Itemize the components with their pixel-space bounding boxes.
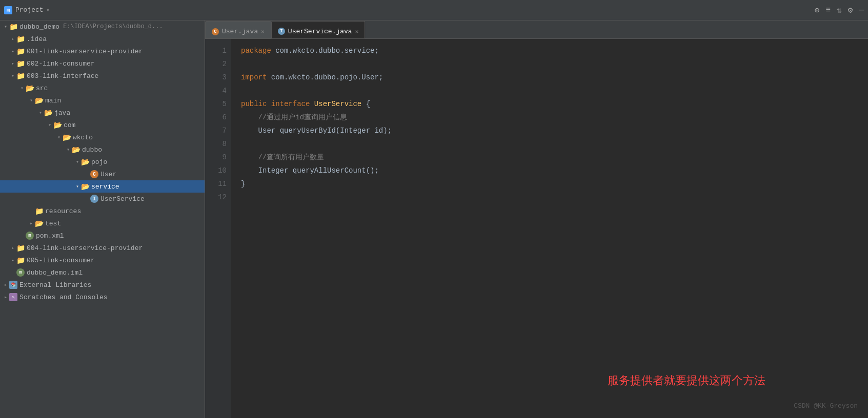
label-src: src (36, 85, 48, 92)
folder-icon-test: 📂 (35, 219, 43, 227)
folder-icon-java: 📂 (44, 109, 52, 117)
tree-item-pom[interactable]: m pom.xml (0, 229, 205, 242)
annotation-text: 服务提供者就要提供这两个方法 (608, 374, 765, 387)
tree-item-user[interactable]: C User (0, 168, 205, 180)
label-userservice: UserService (100, 195, 145, 203)
tab-user-close[interactable]: ✕ (261, 28, 265, 35)
line-numbers: 1 2 3 4 5 6 7 8 9 10 11 12 (205, 39, 231, 418)
arrow-dubbo-demo (2, 23, 9, 30)
label-dubbo-demo: dubbo_demo (19, 23, 59, 31)
tree-item-wkcto[interactable]: 📂 wkcto (0, 131, 205, 143)
add-icon[interactable]: ⊕ (815, 5, 820, 15)
tree-item-003[interactable]: 📁 003-link-interface (0, 70, 205, 82)
label-idea: .idea (27, 35, 47, 43)
badge-user: C (90, 170, 98, 178)
line-num-2: 2 (205, 57, 227, 71)
tree-item-005[interactable]: 📁 005-link-consumer (0, 254, 205, 266)
code-line-6: //通过用户id查询用户信息 (241, 111, 858, 124)
tree-item-004[interactable]: 📁 004-link-userservice-provider (0, 242, 205, 254)
badge-extlibs: 📚 (9, 281, 17, 289)
code-line-3: import com.wkcto.dubbo.pojo.User; (241, 71, 858, 84)
code-line-10: Integer queryAllUserCount(); (241, 164, 858, 177)
tab-user[interactable]: C User.java ✕ (205, 21, 271, 38)
label-pom: pom.xml (36, 232, 64, 240)
folder-icon-idea: 📁 (16, 35, 25, 43)
label-dubbo-demo-path: E:\IDEA\Projects\dubbo_d... (59, 23, 163, 30)
arrow-dubbo (65, 146, 72, 153)
tree-item-extlibs[interactable]: 📚 External Libraries (0, 279, 205, 291)
tree-item-test[interactable]: 📂 test (0, 217, 205, 229)
code-content[interactable]: package com.wkcto.dubbo.service; import … (231, 39, 868, 418)
arrow-scratches (2, 294, 9, 301)
tree-item-pojo[interactable]: 📂 pojo (0, 156, 205, 168)
label-extlibs: External Libraries (19, 281, 91, 289)
tree-item-iml[interactable]: m dubbo_demo.iml (0, 266, 205, 279)
label-dubbo: dubbo (82, 146, 102, 154)
code-line-1: package com.wkcto.dubbo.service; (241, 44, 858, 57)
project-icon: ▤ (4, 6, 12, 14)
project-label: Project (15, 6, 44, 14)
label-java: java (54, 109, 70, 117)
tree-item-scratches[interactable]: ✎ Scratches and Consoles (0, 291, 205, 303)
badge-iml: m (16, 268, 25, 277)
folder-icon-005: 📁 (16, 256, 25, 264)
tree-item-main[interactable]: 📂 main (0, 94, 205, 107)
tree-item-src[interactable]: 📂 src (0, 82, 205, 94)
tree-item-java[interactable]: 📂 java (0, 107, 205, 119)
folder-icon-002: 📁 (16, 59, 25, 68)
sort-icon[interactable]: ⇅ (837, 5, 842, 15)
line-num-9: 9 (205, 151, 227, 164)
tree-item-dubbo[interactable]: 📂 dubbo (0, 143, 205, 156)
tree-item-com[interactable]: 📂 com (0, 119, 205, 131)
arrow-main (28, 97, 35, 104)
label-004: 004-link-userservice-provider (27, 244, 143, 252)
tabs-bar: C User.java ✕ I UserService.java ✕ (205, 20, 868, 39)
code-line-9: //查询所有用户数量 (241, 151, 858, 164)
tab-userservice[interactable]: I UserService.java ✕ (271, 21, 365, 38)
settings-icon[interactable]: ⚙ (848, 5, 853, 15)
minimize-icon[interactable]: — (859, 6, 864, 15)
label-resources: resources (45, 207, 81, 215)
badge-pom: m (26, 232, 34, 240)
label-com: com (64, 121, 75, 129)
folder-icon-resources: 📁 (35, 207, 43, 215)
folder-icon-com: 📂 (53, 121, 62, 129)
folder-icon-001: 📁 (16, 47, 25, 55)
project-sidebar[interactable]: 📁 dubbo_demo E:\IDEA\Projects\dubbo_d...… (0, 20, 205, 418)
java-icon-user: C (212, 28, 219, 35)
line-num-6: 6 (205, 111, 227, 124)
tree-item-idea[interactable]: 📁 .idea (0, 33, 205, 45)
title-bar: ▤ Project ▾ ⊕ ≡ ⇅ ⚙ — (0, 0, 868, 20)
label-005: 005-link-consumer (27, 257, 95, 264)
tab-userservice-label: UserService.java (288, 28, 352, 35)
line-num-8: 8 (205, 137, 227, 151)
line-num-1: 1 (205, 44, 227, 57)
arrow-004 (9, 244, 16, 252)
arrow-test (28, 220, 35, 227)
folder-icon-dubbo: 📂 (72, 145, 80, 154)
tree-item-service[interactable]: 📂 service (0, 180, 205, 193)
arrow-wkcto (55, 134, 63, 141)
tree-item-002[interactable]: 📁 002-link-consumer (0, 57, 205, 70)
watermark: CSDN @KK-Greyson (794, 400, 858, 413)
folder-icon-dubbo-demo: 📁 (9, 23, 17, 31)
label-001: 001-link-userservice-provider (27, 48, 143, 55)
label-002: 002-link-consumer (27, 60, 95, 68)
dropdown-arrow[interactable]: ▾ (47, 7, 50, 13)
folder-icon-wkcto: 📂 (63, 133, 71, 141)
label-003: 003-link-interface (27, 72, 98, 80)
label-iml: dubbo_demo.iml (27, 269, 83, 277)
folder-icon-004: 📁 (16, 244, 25, 252)
format-icon[interactable]: ≡ (826, 6, 831, 15)
code-line-7: User queryUserById(Integer id); (241, 124, 858, 137)
tree-item-001[interactable]: 📁 001-link-userservice-provider (0, 45, 205, 57)
tree-item-dubbo-demo[interactable]: 📁 dubbo_demo E:\IDEA\Projects\dubbo_d... (0, 20, 205, 33)
label-test: test (45, 220, 61, 227)
arrow-002 (9, 60, 16, 67)
arrow-pojo (74, 158, 81, 165)
tree-item-resources[interactable]: 📁 resources (0, 205, 205, 217)
tab-userservice-close[interactable]: ✕ (355, 28, 359, 35)
tree-item-userservice[interactable]: I UserService (0, 193, 205, 205)
code-line-2 (241, 57, 858, 71)
code-editor: 1 2 3 4 5 6 7 8 9 10 11 12 package com.w… (205, 39, 868, 418)
